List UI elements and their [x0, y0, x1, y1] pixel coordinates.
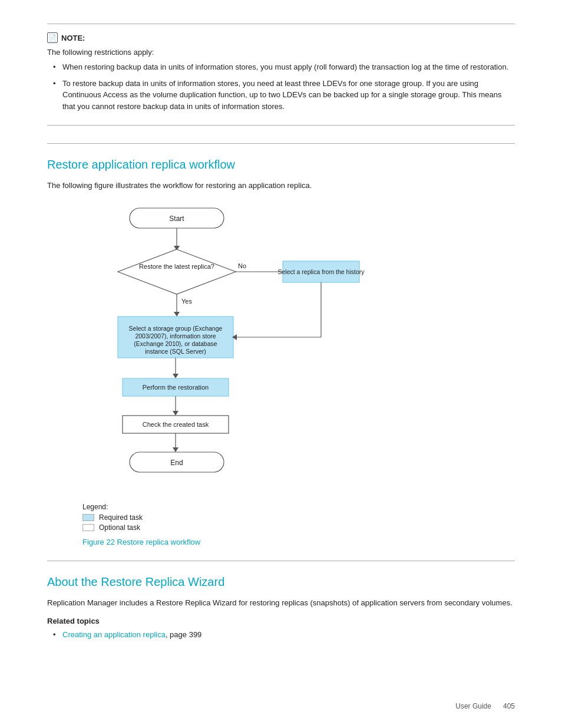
- flowchart: Start Restore the latest replica? Yes No: [82, 202, 365, 497]
- svg-marker-23: [173, 374, 178, 378]
- section-intro-restore: The following figure illustrates the wor…: [47, 180, 515, 192]
- legend-required: Required task: [82, 513, 515, 522]
- section-title-restore-workflow: Restore application replica workflow: [47, 158, 515, 172]
- svg-text:Select a storage group (Exchan: Select a storage group (Exchange: [129, 325, 223, 332]
- svg-text:Select a replica from the hist: Select a replica from the history: [277, 268, 365, 275]
- svg-text:No: No: [238, 262, 246, 269]
- note-label: 📄 NOTE:: [47, 32, 515, 43]
- flowchart-svg: Start Restore the latest replica? Yes No: [82, 202, 365, 497]
- legend-swatch-required: [82, 514, 94, 521]
- svg-marker-31: [173, 447, 178, 452]
- note-bullets: When restoring backup data in units of i…: [47, 61, 515, 112]
- svg-text:Perform the restoration: Perform the restoration: [143, 384, 209, 391]
- legend-required-label: Required task: [99, 513, 143, 522]
- divider-2: [47, 561, 515, 561]
- svg-marker-9: [174, 312, 180, 317]
- about-title: About the Restore Replica Wizard: [47, 575, 515, 589]
- related-link-suffix: , page 399: [166, 630, 201, 639]
- flowchart-container: Start Restore the latest replica? Yes No: [82, 202, 365, 497]
- legend-optional: Optional task: [82, 523, 515, 532]
- svg-text:Start: Start: [169, 215, 184, 223]
- related-list-item: Creating an application replica, page 39…: [53, 630, 515, 639]
- related-list: Creating an application replica, page 39…: [47, 630, 515, 639]
- legend-title: Legend:: [82, 503, 515, 511]
- legend-optional-label: Optional task: [99, 523, 140, 532]
- note-icon: 📄: [47, 32, 58, 43]
- svg-text:Restore the latest replica?: Restore the latest replica?: [139, 263, 214, 270]
- legend: Legend: Required task Optional task: [82, 503, 515, 532]
- about-text: Replication Manager includes a Restore R…: [47, 597, 515, 609]
- svg-text:Yes: Yes: [181, 298, 192, 305]
- note-intro: The following restrictions apply:: [47, 48, 515, 57]
- svg-text:instance (SQL Server): instance (SQL Server): [145, 348, 206, 355]
- note-box: 📄 NOTE: The following restrictions apply…: [47, 24, 515, 126]
- svg-text:End: End: [170, 459, 183, 467]
- figure-caption: Figure 22 Restore replica workflow: [82, 538, 515, 546]
- svg-marker-4: [118, 249, 236, 294]
- svg-text:Check the created task: Check the created task: [143, 421, 209, 428]
- related-link[interactable]: Creating an application replica: [62, 630, 166, 639]
- svg-marker-27: [173, 411, 178, 416]
- svg-text:(Exchange 2010), or database: (Exchange 2010), or database: [134, 340, 217, 347]
- note-title: NOTE:: [61, 34, 85, 42]
- divider-1: [47, 143, 515, 144]
- svg-text:2003/2007), information store: 2003/2007), information store: [135, 332, 216, 340]
- page-footer: User Guide 405: [455, 702, 515, 710]
- footer-user-guide: User Guide: [455, 702, 491, 710]
- about-section: About the Restore Replica Wizard Replica…: [47, 575, 515, 640]
- note-bullet-1: When restoring backup data in units of i…: [53, 61, 515, 73]
- footer-page-number: 405: [503, 702, 515, 710]
- related-topics-label: Related topics: [47, 617, 515, 625]
- legend-swatch-optional: [82, 524, 94, 531]
- note-bullet-2: To restore backup data in units of infor…: [53, 78, 515, 113]
